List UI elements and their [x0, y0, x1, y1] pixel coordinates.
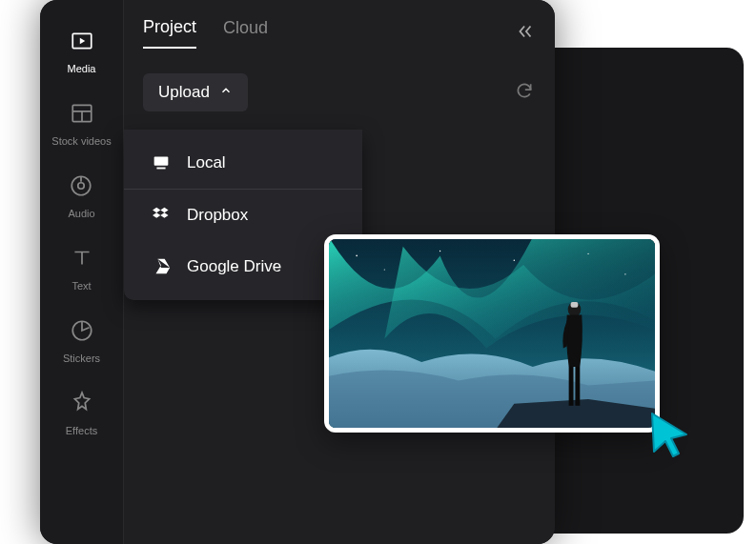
svg-point-5: [78, 183, 85, 190]
sidebar-item-media[interactable]: Media: [68, 29, 96, 74]
svg-point-16: [624, 273, 625, 274]
sidebar-item-audio[interactable]: Audio: [68, 173, 94, 219]
svg-rect-9: [156, 168, 165, 170]
upload-option-local[interactable]: Local: [124, 137, 362, 190]
refresh-button[interactable]: [515, 81, 534, 104]
upload-button[interactable]: Upload: [143, 73, 248, 111]
stickers-icon: [70, 318, 94, 347]
media-icon: [70, 29, 94, 57]
upload-button-label: Upload: [158, 83, 210, 102]
svg-point-12: [384, 269, 385, 270]
upload-option-label: Google Drive: [187, 257, 281, 276]
effects-icon: [70, 391, 94, 419]
sidebar-item-label: Text: [72, 280, 91, 292]
svg-rect-19: [569, 367, 574, 406]
google-drive-icon: [151, 256, 172, 277]
sidebar-item-label: Stickers: [63, 353, 100, 364]
sidebar-item-text[interactable]: Text: [70, 246, 94, 292]
sidebar-item-label: Media: [68, 63, 96, 74]
text-icon: [70, 246, 94, 274]
svg-point-13: [439, 251, 440, 252]
svg-rect-20: [575, 367, 580, 406]
svg-rect-8: [154, 157, 169, 166]
dropbox-icon: [151, 205, 172, 226]
sidebar-item-label: Audio: [68, 208, 94, 219]
sidebar-item-label: Effects: [66, 425, 97, 436]
sidebar-item-label: Stock videos: [51, 135, 111, 147]
svg-point-14: [514, 259, 516, 261]
collapse-panel-button[interactable]: [515, 21, 536, 46]
chevron-up-icon: [219, 83, 233, 102]
svg-point-15: [587, 253, 588, 254]
sidebar-item-stickers[interactable]: Stickers: [63, 318, 100, 364]
tabs: Project Cloud: [143, 17, 536, 49]
cursor-pointer-icon: [648, 410, 694, 463]
layout-icon: [70, 101, 94, 130]
media-thumbnail[interactable]: [324, 234, 660, 433]
sidebar: Media Stock videos Audio Text Stickers: [40, 0, 124, 544]
sidebar-item-effects[interactable]: Effects: [66, 391, 97, 436]
upload-option-dropbox[interactable]: Dropbox: [124, 190, 362, 241]
sidebar-item-stock-videos[interactable]: Stock videos: [51, 101, 111, 147]
upload-option-label: Dropbox: [187, 206, 248, 225]
tab-cloud[interactable]: Cloud: [223, 18, 268, 48]
upload-option-label: Local: [187, 153, 226, 172]
monitor-icon: [151, 152, 172, 173]
svg-rect-18: [571, 302, 579, 308]
svg-point-11: [356, 255, 358, 257]
tab-project[interactable]: Project: [143, 17, 196, 49]
audio-icon: [69, 173, 93, 202]
